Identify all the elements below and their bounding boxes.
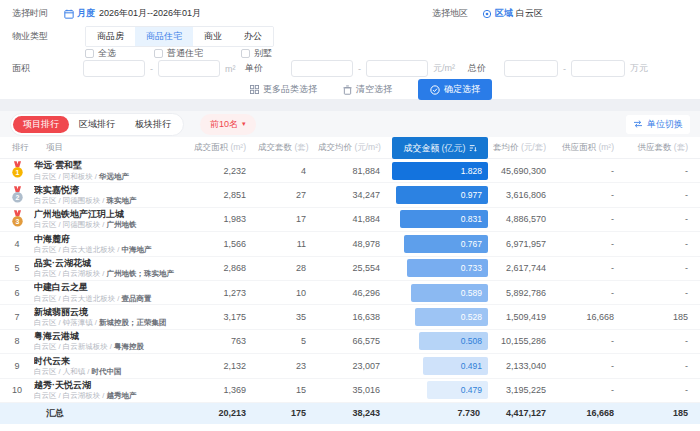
avg-per-unit-cell: 5,892,786 — [488, 288, 558, 298]
table-row[interactable]: 2 珠实嘉悦湾 白云区 / 同德围板块 / 珠实地产 2,851 27 34,2… — [0, 183, 700, 207]
deal-amount-cell: 0.491 — [392, 354, 488, 377]
table-row[interactable]: 5 品实·云湖花城 白云区 / 白云湖板块 / 广州地铁；珠实地产 2,868 … — [0, 257, 700, 281]
project-area-path: 白云区 / 同和板块 / — [34, 172, 99, 181]
svg-text:1: 1 — [15, 169, 19, 176]
tab-commodity-residence[interactable]: 商品住宅 — [135, 27, 193, 46]
area-max-input[interactable] — [158, 60, 220, 77]
rank-cell: 1 — [0, 161, 34, 180]
project-name: 时代云来 — [34, 356, 186, 367]
table-row[interactable]: 3 广州地铁地产江玥上城 白云区 / 同德围板块 / 广州地铁 1,983 17… — [0, 208, 700, 232]
checkbox-icon — [85, 49, 94, 58]
deal-area-cell: 1,983 — [190, 214, 258, 224]
supply-units-cell: - — [626, 166, 700, 176]
checkbox-ordinary-residence[interactable]: 普通住宅 — [154, 47, 203, 60]
region-label: 选择地区 — [432, 7, 468, 20]
summary-avg-per-unit: 4,417,127 — [488, 408, 558, 418]
project-subtitle: 白云区 / 钟落潭镇 / 新城控股；正荣集团 — [34, 318, 186, 327]
supply-units-cell: - — [626, 263, 700, 273]
medal-icon: 1 — [11, 161, 24, 178]
project-developer: 越秀地产 — [107, 391, 137, 400]
total-price-min-input[interactable] — [504, 60, 558, 77]
deal-amount-bar: 0.479 — [427, 381, 488, 399]
deal-units-cell: 10 — [258, 288, 318, 298]
tab-commodity-housing[interactable]: 商品房 — [86, 27, 135, 46]
unit-switch-button[interactable]: 单位切换 — [626, 115, 690, 134]
top-n-dropdown[interactable]: 前10名 ▾ — [200, 114, 256, 135]
rank-cell: 7 — [0, 312, 34, 322]
region-filter-group: 选择地区 区域 白云区 — [420, 7, 543, 20]
project-developer: 新城控股；正荣集团 — [99, 318, 167, 327]
deal-area-cell: 2,851 — [190, 190, 258, 200]
deal-amount-cell: 0.508 — [392, 330, 488, 353]
summary-supply-area: 16,668 — [558, 408, 626, 418]
supply-units-cell: 185 — [626, 312, 700, 322]
col-deal-amount-sorted[interactable]: 成交金额(亿元) — [392, 137, 488, 159]
col-supply-area: 供应面积 (m²) — [558, 142, 626, 154]
avg-per-unit-cell: 3,616,806 — [488, 190, 558, 200]
project-developer: 广州地铁；珠实地产 — [107, 269, 175, 278]
deal-avg-price-cell: 23,007 — [318, 361, 392, 371]
table-row[interactable]: 7 新城翡丽云境 白云区 / 钟落潭镇 / 新城控股；正荣集团 3,175 35… — [0, 305, 700, 329]
project-subtitle: 白云区 / 同和板块 / 华远地产 — [34, 172, 186, 181]
area-min-input[interactable] — [83, 60, 145, 77]
supply-units-cell: - — [626, 336, 700, 346]
deal-amount-bar: 0.528 — [415, 308, 488, 326]
confirm-selection-button[interactable]: 确定选择 — [418, 79, 492, 100]
table-row[interactable]: 8 粤海云港城 白云区 / 白云新城板块 / 粤海控股 763 5 66,575… — [0, 330, 700, 354]
tab-project-ranking[interactable]: 项目排行 — [13, 116, 69, 133]
time-range-value[interactable]: 2026年01月--2026年01月 — [99, 7, 201, 20]
total-price-range-group: 总价 - 万元 — [468, 60, 648, 77]
tab-commercial[interactable]: 商业 — [193, 27, 233, 46]
checkbox-villa[interactable]: 别墅 — [241, 47, 272, 60]
region-value[interactable]: 白云区 — [516, 7, 543, 20]
deal-amount-bar: 0.733 — [407, 259, 488, 277]
project-name: 华远·雲和墅 — [34, 160, 186, 171]
region-type-selector[interactable]: 区域 — [495, 7, 513, 20]
ranking-tabs-strip: 项目排行 区域排行 板块排行 前10名 ▾ 单位切换 — [0, 111, 700, 137]
unit-price-unit: 元/m² — [433, 62, 455, 75]
deal-area-cell: 2,132 — [190, 361, 258, 371]
clear-selection-button[interactable]: 清空选择 — [343, 83, 392, 96]
table-row[interactable]: 10 越秀·天悦云湖 白云区 / 白云湖板块 / 越秀地产 1,369 15 3… — [0, 379, 700, 403]
avg-per-unit-cell: 10,155,286 — [488, 336, 558, 346]
project-cell: 品实·云湖花城 白云区 / 白云湖板块 / 广州地铁；珠实地产 — [34, 258, 190, 279]
supply-area-cell: - — [558, 166, 626, 176]
table-row[interactable]: 6 中建白云之星 白云区 / 白云大道北板块 / 壹品商置 1,273 10 4… — [0, 281, 700, 305]
col-supply-units: 供应套数 (套) — [626, 142, 700, 154]
more-categories-button[interactable]: 更多品类选择 — [250, 83, 317, 96]
summary-deal-amount: 7.730 — [392, 408, 488, 418]
area-unit: m² — [225, 64, 236, 74]
deal-area-cell: 763 — [190, 336, 258, 346]
unit-price-min-input[interactable] — [291, 60, 353, 77]
deal-amount-bar: 1.828 — [392, 162, 488, 180]
supply-area-cell: - — [558, 263, 626, 273]
deal-amount-bar: 0.491 — [423, 357, 488, 375]
rank-cell: 3 — [0, 210, 34, 229]
area-range-group: 面积 - m² — [12, 60, 236, 77]
tab-block-ranking[interactable]: 板块排行 — [125, 116, 181, 133]
table-row[interactable]: 9 时代云来 白云区 / 人和镇 / 时代中国 2,132 23 23,007 … — [0, 354, 700, 378]
project-area-path: 白云区 / 白云湖板块 / — [34, 391, 107, 400]
total-price-max-input[interactable] — [571, 60, 625, 77]
trash-icon — [343, 85, 352, 95]
checkbox-select-all[interactable]: 全选 — [85, 47, 116, 60]
supply-units-cell: - — [626, 361, 700, 371]
table-row[interactable]: 4 中海麓府 白云区 / 白云大道北板块 / 中海地产 1,566 11 48,… — [0, 232, 700, 256]
table-row[interactable]: 1 华远·雲和墅 白云区 / 同和板块 / 华远地产 2,232 4 81,88… — [0, 159, 700, 183]
project-subtitle: 白云区 / 白云新城板块 / 粤海控股 — [34, 342, 186, 351]
rank-cell: 2 — [0, 186, 34, 205]
deal-area-cell: 1,273 — [190, 288, 258, 298]
tab-region-ranking[interactable]: 区域排行 — [69, 116, 125, 133]
time-mode-selector[interactable]: 月度 — [77, 7, 95, 20]
project-name: 中海麓府 — [34, 234, 186, 245]
deal-amount-bar: 0.977 — [396, 186, 488, 204]
project-cell: 时代云来 白云区 / 人和镇 / 时代中国 — [34, 356, 190, 377]
project-cell: 粤海云港城 白云区 / 白云新城板块 / 粤海控股 — [34, 331, 190, 352]
checkbox-label: 全选 — [98, 47, 116, 60]
avg-per-unit-cell: 1,509,419 — [488, 312, 558, 322]
sort-descending-icon — [469, 144, 477, 152]
unit-price-max-input[interactable] — [366, 60, 428, 77]
avg-per-unit-cell: 45,690,300 — [488, 166, 558, 176]
range-dash: - — [150, 64, 153, 74]
tab-office[interactable]: 办公 — [233, 27, 273, 46]
